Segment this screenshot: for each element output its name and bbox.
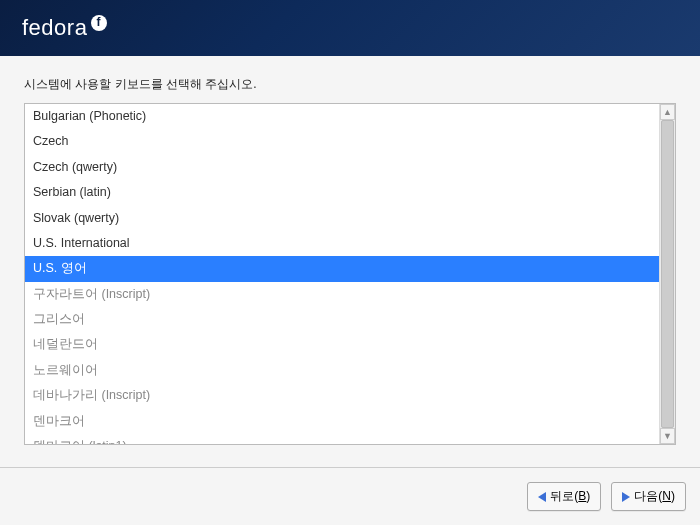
footer-bar: 뒤로(B) 다음(N)	[0, 467, 700, 525]
keyboard-option[interactable]: 구자라트어 (Inscript)	[25, 282, 659, 307]
scroll-up-button[interactable]: ▲	[660, 104, 675, 120]
next-button[interactable]: 다음(N)	[611, 482, 686, 511]
keyboard-option[interactable]: 네덜란드어	[25, 332, 659, 357]
arrow-left-icon	[538, 492, 546, 502]
installer-header: fedora	[0, 0, 700, 56]
next-button-label: 다음(N)	[634, 488, 675, 505]
keyboard-option[interactable]: 데바나가리 (Inscript)	[25, 383, 659, 408]
back-button-label: 뒤로(B)	[550, 488, 590, 505]
scrollbar[interactable]: ▲ ▼	[659, 104, 675, 444]
arrow-right-icon	[622, 492, 630, 502]
keyboard-prompt: 시스템에 사용할 키보드를 선택해 주십시오.	[24, 76, 676, 93]
logo-text: fedora	[22, 15, 87, 41]
fedora-logo: fedora	[22, 15, 107, 41]
scroll-thumb[interactable]	[661, 120, 674, 428]
keyboard-list-container: Bulgarian (Phonetic)CzechCzech (qwerty)S…	[24, 103, 676, 445]
keyboard-option[interactable]: 덴마크어 (latin1)	[25, 434, 659, 444]
keyboard-option[interactable]: 노르웨이어	[25, 358, 659, 383]
back-button[interactable]: 뒤로(B)	[527, 482, 601, 511]
keyboard-option[interactable]: Slovak (qwerty)	[25, 206, 659, 231]
keyboard-option[interactable]: 그리스어	[25, 307, 659, 332]
keyboard-list[interactable]: Bulgarian (Phonetic)CzechCzech (qwerty)S…	[25, 104, 659, 444]
keyboard-option[interactable]: U.S. 영어	[25, 256, 659, 281]
keyboard-option[interactable]: U.S. International	[25, 231, 659, 256]
keyboard-option[interactable]: Bulgarian (Phonetic)	[25, 104, 659, 129]
keyboard-option[interactable]: 덴마크어	[25, 409, 659, 434]
fedora-logo-icon	[91, 15, 107, 31]
keyboard-option[interactable]: Czech (qwerty)	[25, 155, 659, 180]
content-area: 시스템에 사용할 키보드를 선택해 주십시오. Bulgarian (Phone…	[0, 56, 700, 445]
keyboard-option[interactable]: Serbian (latin)	[25, 180, 659, 205]
keyboard-option[interactable]: Czech	[25, 129, 659, 154]
scroll-track[interactable]	[660, 120, 675, 428]
scroll-down-button[interactable]: ▼	[660, 428, 675, 444]
